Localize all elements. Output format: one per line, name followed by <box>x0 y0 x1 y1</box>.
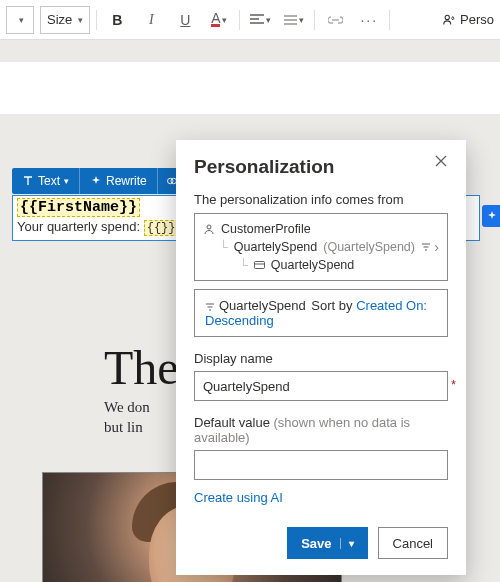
separator <box>389 10 390 30</box>
sparkle-icon <box>90 175 102 187</box>
chevron-down-icon: ▾ <box>78 15 83 25</box>
header-band <box>0 62 500 114</box>
underline-button[interactable]: U <box>171 6 199 34</box>
italic-button[interactable]: I <box>137 6 165 34</box>
default-value-label: Default value (shown when no data is ava… <box>194 415 448 445</box>
chevron-down-icon: ▾ <box>299 15 304 25</box>
personalization-panel: Personalization The personalization info… <box>176 140 466 575</box>
save-button[interactable]: Save ▾ <box>287 527 367 559</box>
data-source-box[interactable]: CustomerProfile └ QuartelySpend (Quartel… <box>194 213 448 281</box>
filter-icon <box>205 302 215 312</box>
chevron-down-icon: ▾ <box>64 176 69 186</box>
text-icon <box>22 175 34 187</box>
sparkle-icon <box>486 210 498 222</box>
text-tool-button[interactable]: Text ▾ <box>12 168 80 194</box>
tree-level2: └ QuartelySpend <box>203 258 439 272</box>
hero-title: The <box>104 340 179 395</box>
panel-actions: Save ▾ Cancel <box>194 527 448 559</box>
chevron-right-icon: › <box>434 239 439 255</box>
chevron-down-icon: ▾ <box>266 15 271 25</box>
spend-token[interactable]: {{}} <box>144 220 179 236</box>
separator <box>96 10 97 30</box>
link-button[interactable] <box>321 6 349 34</box>
overflow-button[interactable]: ··· <box>355 6 383 34</box>
bold-button[interactable]: B <box>103 6 131 34</box>
font-family-select[interactable]: ▾ <box>6 6 34 34</box>
field-icon <box>254 260 265 270</box>
separator <box>239 10 240 30</box>
personalization-button[interactable]: Perso <box>442 12 494 27</box>
svg-point-3 <box>207 225 211 229</box>
formatting-toolbar: ▾ Size ▾ B I U A ▾ ▾ ▾ ··· Perso <box>0 0 500 40</box>
required-marker: * <box>451 377 456 392</box>
context-toolbar: Text ▾ Rewrite <box>12 168 186 194</box>
default-value-input[interactable] <box>194 450 448 480</box>
person-icon <box>203 223 215 235</box>
source-heading: The personalization info comes from <box>194 192 448 207</box>
filter-icon <box>421 242 431 252</box>
more-format-button[interactable]: ▾ <box>280 6 308 34</box>
chevron-down-icon[interactable]: ▾ <box>340 538 354 549</box>
create-using-ai-link[interactable]: Create using AI <box>194 490 283 505</box>
editor-canvas: Text ▾ Rewrite {{FirstName}} Your quarte… <box>0 40 500 582</box>
font-color-button[interactable]: A ▾ <box>205 6 233 34</box>
chevron-down-icon: ▾ <box>19 15 24 25</box>
sort-box[interactable]: QuartelySpend Sort by Created On: Descen… <box>194 289 448 337</box>
separator <box>314 10 315 30</box>
side-handle[interactable] <box>482 205 500 227</box>
font-size-select[interactable]: Size ▾ <box>40 6 90 34</box>
align-button[interactable]: ▾ <box>246 6 274 34</box>
personalization-label: Perso <box>460 12 494 27</box>
firstname-token[interactable]: {{FirstName}} <box>17 198 140 217</box>
font-size-label: Size <box>47 12 72 27</box>
panel-title: Personalization <box>194 156 448 178</box>
tree-root: CustomerProfile <box>203 222 439 236</box>
svg-rect-4 <box>254 262 264 269</box>
display-name-label: Display name <box>194 351 448 366</box>
tree-level1: └ QuartelySpend (QuartelySpend) <box>203 240 439 254</box>
close-icon <box>434 154 448 168</box>
cancel-button[interactable]: Cancel <box>378 527 448 559</box>
chevron-down-icon: ▾ <box>222 15 227 25</box>
display-name-input[interactable] <box>194 371 448 401</box>
rewrite-button[interactable]: Rewrite <box>80 168 158 194</box>
svg-point-0 <box>445 15 449 19</box>
person-icon <box>442 13 456 27</box>
close-button[interactable] <box>434 154 454 174</box>
hero-subtitle: We don but lin <box>104 398 150 437</box>
